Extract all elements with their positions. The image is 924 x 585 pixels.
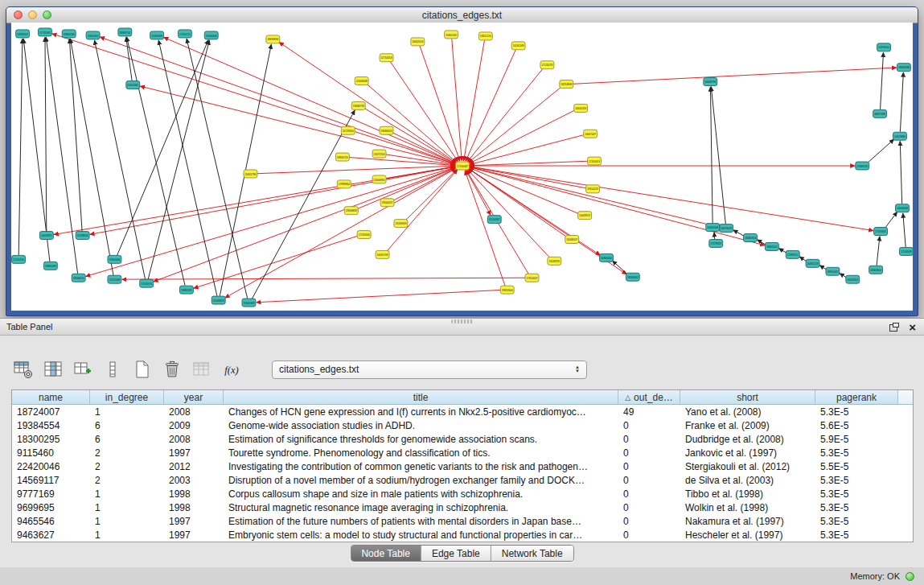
graph-node[interactable]: 11316165 [12,255,26,263]
cell-out_degree[interactable]: 0 [618,418,680,432]
graph-node[interactable]: 20449574 [578,212,592,220]
graph-node[interactable]: 18945720 [335,153,349,161]
cell-pagerank[interactable]: 5.3E-5 [815,487,898,501]
function-builder-icon[interactable]: f(x) [220,357,244,381]
cell-in_degree[interactable]: 2 [90,459,164,473]
graph-edge[interactable] [122,278,526,279]
graph-node[interactable]: 10647447 [584,130,598,138]
cell-title[interactable]: Corpus callosum shape and size in male p… [224,487,618,501]
cell-out_degree[interactable]: 0 [618,459,680,473]
cell-out_degree[interactable]: 0 [618,446,680,459]
graph-edge[interactable] [279,42,457,163]
graph-node[interactable]: 19965089 [43,262,57,270]
graph-edge[interactable] [711,87,725,224]
graph-node[interactable]: 16055448 [706,224,720,232]
graph-node[interactable]: 15976014 [877,43,891,51]
graph-edge[interactable] [357,167,455,208]
cell-short[interactable]: de Silva et al. (2003) [680,473,815,487]
cell-name[interactable]: 9465546 [12,514,90,528]
cell-in_degree[interactable]: 2 [90,473,164,487]
graph-edge[interactable] [900,142,901,204]
graph-edge[interactable] [45,37,47,231]
zoom-window-button[interactable] [43,10,51,19]
cell-year[interactable]: 1997 [164,528,224,542]
graph-edge[interactable] [154,167,456,282]
graph-edge[interactable] [95,40,146,279]
graph-node[interactable]: 12512039 [108,275,121,283]
graph-node[interactable]: 19464343 [204,31,218,39]
graph-node[interactable]: 19086053 [380,126,393,134]
graph-node[interactable]: 16648794 [704,78,717,86]
cell-in_degree[interactable]: 1 [90,501,164,514]
cell-name[interactable]: 18300295 [12,432,90,446]
cell-year[interactable]: 2008 [164,432,224,446]
cell-in_degree[interactable]: 2 [90,446,164,459]
graph-node[interactable]: 16961262 [445,31,458,39]
tab-network-table[interactable]: Network Table [491,546,573,561]
cell-name[interactable]: 9463627 [12,528,90,542]
graph-node[interactable]: 19544037 [380,199,394,207]
graph-node[interactable]: 19924402 [826,267,840,275]
graph-edge[interactable] [100,37,456,164]
cell-in_degree[interactable]: 6 [90,418,164,432]
table-row[interactable]: 946362711997Embryonic stem cells: a mode… [12,528,913,542]
cell-title[interactable]: Genome-wide association studies in ADHD. [224,418,618,432]
cell-year[interactable]: 1998 [164,501,224,514]
cell-in_degree[interactable]: 1 [90,487,164,501]
graph-node[interactable]: 14634638 [895,204,909,212]
graph-node[interactable]: 16415884 [893,132,907,140]
graph-edge[interactable] [467,68,543,162]
graph-edge[interactable] [733,230,745,237]
graph-edge[interactable] [470,135,584,165]
cell-year[interactable]: 2003 [164,473,224,487]
graph-node[interactable]: 17999121 [786,250,799,258]
cell-title[interactable]: Structural magnetic resonance image aver… [224,501,618,514]
table-row[interactable]: 969969511998Structural magnetic resonanc… [12,501,913,514]
graph-edge[interactable] [613,261,628,274]
splitter-handle[interactable] [451,319,474,323]
cell-pagerank[interactable]: 5.3E-5 [815,514,898,528]
network-canvas[interactable]: 1724048722408648127543181664201816961262… [11,23,913,311]
graph-edge[interactable] [187,39,248,299]
graph-node[interactable]: 17054721 [178,30,191,38]
float-panel-icon[interactable] [889,323,899,332]
graph-node[interactable]: 19965036 [62,30,76,38]
graph-node[interactable]: 12754318 [380,54,393,62]
graph-edge[interactable] [867,139,893,163]
cell-pagerank[interactable]: 5.6E-5 [815,418,898,432]
graph-edge[interactable] [903,213,906,247]
graph-edge[interactable] [573,68,896,84]
cell-title[interactable]: Estimation of significance thresholds fo… [224,432,618,446]
graph-edge[interactable] [469,167,719,227]
graph-node[interactable]: 15345843 [394,220,408,228]
tab-node-table[interactable]: Node Table [351,546,421,561]
column-header-short[interactable]: short [680,390,815,404]
graph-edge[interactable] [469,167,873,231]
graph-node[interactable]: 18381903 [744,234,758,242]
graph-node[interactable]: 16679019 [720,225,733,233]
cell-pagerank[interactable]: 5.3E-5 [815,473,898,487]
window-titlebar[interactable]: citations_edges.txt [6,7,918,23]
close-panel-icon[interactable]: × [909,321,916,333]
graph-node[interactable]: 18945842 [626,273,639,281]
column-header-in_degree[interactable]: in_degree [90,390,164,404]
column-header-name[interactable]: name [12,390,90,404]
cell-title[interactable]: Tourette syndrome. Phenomenology and cla… [224,446,618,459]
graph-node[interactable]: 18927498 [873,109,887,117]
graph-node[interactable]: 16261169 [511,42,525,50]
import-table-icon[interactable] [190,357,214,381]
graph-node[interactable]: 16461219 [806,259,819,267]
cell-short[interactable]: Franke et al. (2009) [680,418,815,432]
graph-node[interactable]: 18254808 [560,80,573,89]
graph-node[interactable]: 18985734 [118,28,132,36]
graph-node[interactable]: 22408648 [355,77,368,85]
graph-edge[interactable] [710,87,713,223]
graph-node[interactable]: 15812120 [478,32,492,40]
new-column-icon[interactable] [71,357,95,381]
cell-year[interactable]: 1997 [164,446,224,459]
table-row[interactable]: 1938455462009Genome-wide association stu… [12,418,913,432]
cell-name[interactable]: 19384554 [12,418,90,432]
table-row[interactable]: 2242004622012Investigating the contribut… [12,459,913,473]
cell-year[interactable]: 2009 [164,418,224,432]
graph-node[interactable]: 16055709 [376,250,389,258]
